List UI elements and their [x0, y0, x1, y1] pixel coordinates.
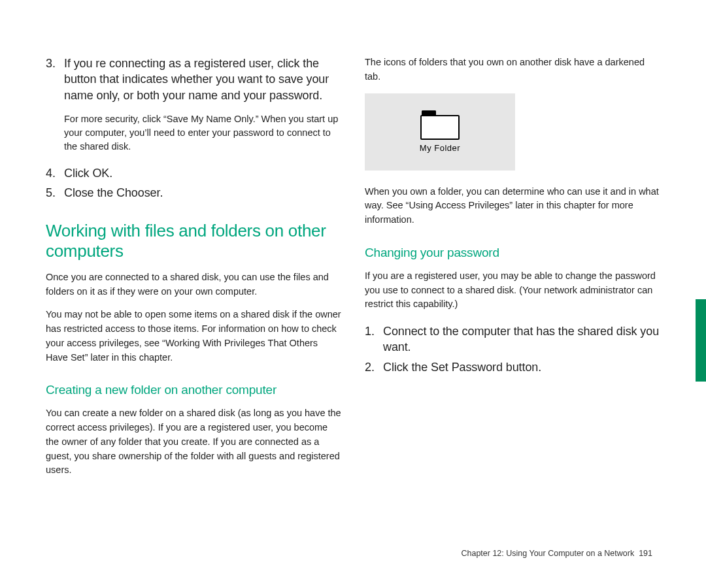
page-number: 191: [639, 549, 652, 558]
step-4: 4. Click OK.: [46, 165, 341, 181]
step-number: 3.: [46, 56, 64, 103]
folder-illustration: My Folder: [365, 93, 515, 171]
body-paragraph: Once you are connected to a shared disk,…: [46, 270, 341, 299]
section-heading: Working with files and folders on other …: [46, 221, 341, 261]
step-1: 1. Connect to the computer that has the …: [365, 323, 660, 355]
step-text: If you re connecting as a registered use…: [64, 56, 341, 103]
step-text: Close the Chooser.: [64, 185, 341, 201]
step-number: 5.: [46, 185, 64, 201]
caption: The icons of folders that you own on ano…: [365, 56, 660, 84]
page-content: 3. If you re connecting as a registered …: [0, 0, 706, 588]
right-column: The icons of folders that you own on ano…: [365, 56, 660, 555]
step-2: 2. Click the Set Password button.: [365, 359, 660, 375]
body-paragraph: When you own a folder, you can determine…: [365, 185, 660, 227]
subsection-heading: Changing your password: [365, 246, 660, 260]
left-column: 3. If you re connecting as a registered …: [46, 56, 341, 555]
step-number: 4.: [46, 165, 64, 181]
step-text: Click OK.: [64, 165, 341, 181]
step-text: Connect to the computer that has the sha…: [383, 323, 660, 355]
step-5: 5. Close the Chooser.: [46, 185, 341, 201]
folder-icon: [420, 110, 460, 139]
page-footer: Chapter 12: Using Your Computer on a Net…: [461, 549, 652, 558]
step-number: 2.: [365, 359, 383, 375]
folder-label: My Folder: [420, 143, 460, 153]
body-paragraph: You can create a new folder on a shared …: [46, 406, 341, 478]
chapter-label: Chapter 12: Using Your Computer on a Net…: [461, 549, 634, 558]
step-text: Click the Set Password button.: [383, 359, 660, 375]
step-number: 1.: [365, 323, 383, 355]
subsection-heading: Creating a new folder on another compute…: [46, 383, 341, 397]
step-3: 3. If you re connecting as a registered …: [46, 56, 341, 103]
step-3-note: For more security, click “Save My Name O…: [64, 112, 341, 154]
body-paragraph: If you are a registered user, you may be…: [365, 269, 660, 312]
thumb-tab: [696, 299, 706, 382]
body-paragraph: You may not be able to open some items o…: [46, 308, 341, 365]
